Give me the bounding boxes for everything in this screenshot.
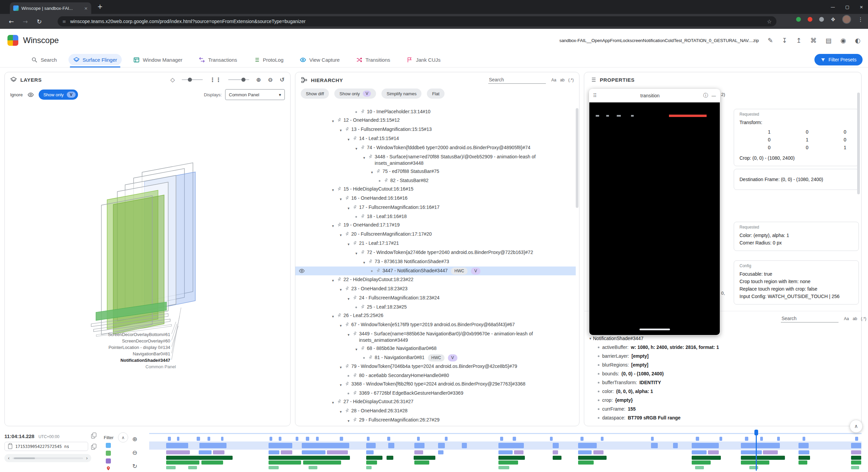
expander-icon[interactable]: ▾ [338, 408, 343, 415]
hierarchy-row[interactable]: ▾13 - FullscreenMagnification:15:15#13 [295, 125, 576, 134]
pin-icon[interactable] [359, 213, 366, 220]
expander-icon[interactable]: ▾ [354, 345, 359, 353]
hierarchy-row[interactable]: ▾3448 - Surface(name=ed70f88 StatusBar)/… [295, 153, 576, 167]
timeline-segment[interactable] [414, 450, 423, 454]
hierarchy-row[interactable]: ▾67 - WindowToken{e5176f9 type=2019 andr… [295, 320, 576, 330]
pin-icon[interactable] [359, 249, 366, 256]
expander-icon[interactable]: ▾ [346, 331, 351, 338]
expander-icon[interactable]: ▾ [346, 135, 351, 143]
pin-icon[interactable] [344, 363, 351, 370]
property-row[interactable]: crop:{empty} [584, 396, 861, 405]
layer-label[interactable]: NotificationShade#3447 [120, 358, 170, 363]
timeline-segment[interactable] [270, 437, 272, 441]
forward-icon[interactable]: → [23, 18, 28, 25]
hierarchy-row[interactable]: 82 - StatusBar#82 [295, 176, 576, 185]
timeline-segment[interactable] [798, 460, 807, 465]
timeline-cursor[interactable] [756, 430, 757, 471]
pin-icon[interactable] [344, 126, 351, 133]
timeline-segment[interactable] [166, 450, 190, 454]
timeline-segment[interactable] [692, 443, 719, 448]
timeline-segment[interactable] [578, 456, 607, 460]
hierarchy-row[interactable]: 30 - Leaf:26:27#30 [295, 425, 576, 425]
property-row[interactable]: activeBuffer:w: 1080, h: 2400, stride: 2… [584, 343, 861, 352]
zoom-in-icon[interactable]: ⊕ [256, 76, 261, 83]
timeline-segment[interactable] [553, 443, 559, 448]
expander-icon[interactable]: ▾ [330, 276, 336, 284]
drag-handle-icon[interactable]: ⠿ [593, 93, 597, 99]
filter-chip-simplify-names[interactable]: Simplify names [381, 88, 421, 99]
edit-icon[interactable]: ✎ [768, 37, 773, 44]
timeline-segment[interactable] [498, 460, 518, 465]
ignore-eye-icon[interactable] [27, 92, 34, 98]
hierarchy-row[interactable]: 3447 - NotificationShade#3447HWCV [295, 267, 576, 275]
timeline-segment[interactable] [514, 450, 524, 454]
pin-icon[interactable] [336, 312, 343, 319]
pin-icon[interactable] [336, 186, 343, 193]
timeline-segment[interactable] [367, 437, 370, 441]
timeline-segment[interactable] [302, 443, 349, 448]
pin-icon[interactable] [336, 398, 343, 405]
pin-icon[interactable] [336, 222, 343, 229]
hierarchy-row[interactable]: 80 - ace6abb SecondaryHomeHandle0#80 [295, 371, 576, 380]
pin-icon[interactable] [383, 177, 390, 184]
dark-mode-icon[interactable]: ◐ [855, 37, 861, 44]
timeline-segment[interactable] [692, 456, 721, 460]
timeline-segment[interactable] [851, 443, 861, 448]
timeline-segment[interactable] [777, 437, 780, 441]
expander-icon[interactable]: ▾ [330, 117, 336, 124]
window-close-icon[interactable]: × [860, 4, 863, 9]
timeline-segment[interactable] [296, 437, 298, 441]
property-row[interactable]: barrierLayer:[empty] [584, 352, 861, 360]
timeline-segment[interactable] [197, 437, 200, 441]
timeline-zoom-in-icon[interactable]: ⊕ [132, 435, 137, 442]
pin-icon[interactable] [344, 195, 351, 202]
pin-icon[interactable] [352, 240, 358, 247]
pin-icon[interactable] [344, 231, 351, 238]
browser-menu-icon[interactable]: ⋮ [858, 16, 863, 23]
reload-icon[interactable]: ↻ [37, 18, 42, 25]
show-only-toggle[interactable]: Show only V [39, 90, 78, 100]
timeline-segment[interactable] [553, 450, 558, 454]
timeline-segment[interactable] [719, 437, 722, 441]
timeline-segment[interactable] [498, 466, 509, 469]
timeline-segment[interactable] [651, 437, 654, 441]
pin-icon[interactable] [367, 354, 374, 361]
pin-icon[interactable] [352, 295, 358, 301]
timeline-refresh-icon[interactable]: ↻ [132, 463, 137, 470]
layer-label[interactable]: PointerLocation - display 0#134 [108, 345, 170, 350]
extension-icon-gray[interactable] [819, 17, 824, 22]
timeline-segment[interactable] [166, 466, 176, 469]
timeline-segment[interactable] [213, 450, 224, 454]
new-tab-icon[interactable]: + [97, 3, 103, 10]
timeline-segment[interactable] [366, 450, 374, 454]
pin-icon[interactable] [359, 109, 366, 115]
layers-3d-canvas[interactable]: ScreenDecorOverlayBottom#61ScreenDecorOv… [5, 103, 290, 426]
hierarchy-row[interactable]: ▾75 - ed70f88 StatusBar#75 [295, 167, 576, 176]
timeline-segment[interactable] [593, 450, 604, 454]
timeline-segment[interactable] [741, 460, 769, 465]
filter-presets-button[interactable]: Filter Presets [814, 54, 863, 65]
collapse-filter-icon[interactable]: ∧ [118, 432, 128, 442]
timeline-segment[interactable] [673, 443, 678, 448]
timeline-segment[interactable] [366, 456, 382, 460]
hierarchy-row[interactable]: ▾79 - WindowToken{7046b4a type=2024 andr… [295, 362, 576, 371]
expander-icon[interactable]: ▾ [338, 286, 343, 293]
rotation-slider[interactable] [182, 79, 203, 80]
hierarchy-row[interactable]: ▾26 - Leaf:25:25#26 [295, 311, 576, 320]
pin-icon[interactable] [367, 154, 374, 160]
property-row[interactable]: color:(0, 0, 0), alpha: 1 [584, 387, 861, 396]
timeline-segment[interactable] [696, 437, 699, 441]
hierarchy-row[interactable]: ▾23 - OneHanded:18:23#23 [295, 284, 576, 294]
timeline-segment[interactable] [695, 466, 704, 469]
property-row[interactable]: blurRegions:[empty] [584, 360, 861, 369]
pin-icon[interactable] [344, 321, 351, 328]
pin-icon[interactable] [352, 390, 358, 397]
tab-search[interactable]: Search [26, 54, 62, 65]
pin-icon[interactable] [352, 331, 358, 337]
hierarchy-row[interactable]: ▾29 - FullscreenMagnification:26:27#29 [295, 416, 576, 425]
timeline-segment[interactable] [340, 437, 343, 441]
hierarchy-row[interactable]: ▾14 - Leaf:15:15#14 [295, 134, 576, 143]
timeline-segment[interactable] [327, 450, 348, 454]
timeline-segment[interactable] [303, 460, 341, 465]
timeline-segment[interactable] [749, 466, 758, 469]
